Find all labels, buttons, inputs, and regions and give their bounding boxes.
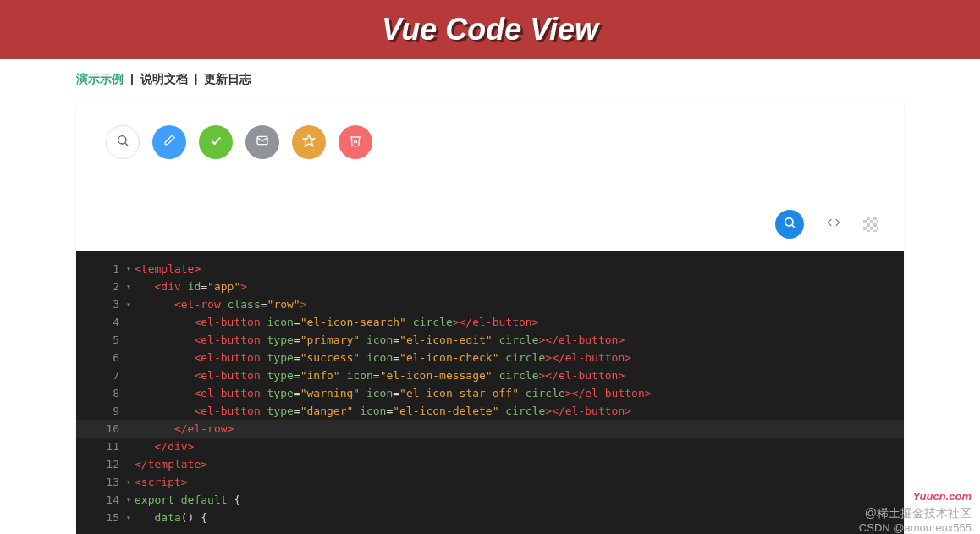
line-number: 13 — [76, 476, 123, 488]
tab-docs[interactable]: 说明文档 — [140, 72, 188, 85]
watermark-site: Yuucn.com — [859, 490, 972, 503]
code-content: <template> — [135, 262, 904, 275]
line-number: 9 — [76, 405, 123, 417]
demo-card: 1▾<template>2▾ <div id="app">3▾ <el-row … — [76, 100, 904, 534]
code-content: <el-button icon="el-icon-search" circle>… — [135, 316, 904, 328]
delete-icon — [349, 134, 362, 151]
svg-line-5 — [792, 225, 795, 228]
svg-line-1 — [125, 143, 128, 146]
code-line[interactable]: 14▾export default { — [76, 491, 904, 509]
separator: | — [191, 72, 201, 85]
code-line[interactable]: 6 <el-button type="success" icon="el-ico… — [76, 349, 904, 366]
svg-marker-3 — [303, 135, 314, 146]
edit-button[interactable] — [152, 125, 186, 159]
code-line[interactable]: 7 <el-button type="info" icon="el-icon-m… — [76, 366, 904, 384]
code-line[interactable]: 3▾ <el-row class="row"> — [76, 295, 904, 313]
tab-changelog[interactable]: 更新日志 — [204, 72, 251, 85]
code-line[interactable]: 4 <el-button icon="el-icon-search" circl… — [76, 313, 904, 331]
line-number: 11 — [76, 440, 123, 453]
code-line[interactable]: 12</template> — [76, 455, 904, 473]
fold-icon[interactable]: ▾ — [123, 282, 135, 291]
code-content: <el-button type="danger" icon="el-icon-d… — [135, 405, 904, 417]
editor-toolbar — [76, 201, 904, 251]
code-content: <el-button type="primary" icon="el-icon-… — [135, 333, 904, 346]
code-line[interactable]: 13▾<script> — [76, 473, 904, 491]
zoom-button[interactable] — [775, 210, 804, 239]
svg-point-4 — [785, 218, 793, 226]
preview-area — [76, 100, 904, 201]
fold-icon[interactable]: ▾ — [123, 495, 135, 504]
check-button[interactable] — [199, 125, 233, 159]
code-line[interactable]: 11 </div> — [76, 438, 904, 455]
code-icon — [827, 216, 840, 233]
check-icon — [209, 134, 223, 151]
transparency-toggle[interactable] — [863, 217, 878, 232]
edit-icon — [162, 134, 176, 151]
code-line[interactable]: 8 <el-button type="warning" icon="el-ico… — [76, 384, 904, 402]
code-content: </template> — [135, 458, 904, 471]
code-content: <div id="app"> — [135, 280, 904, 293]
line-number: 6 — [76, 351, 123, 364]
star-button[interactable] — [292, 125, 326, 159]
fold-icon[interactable]: ▾ — [123, 477, 135, 487]
code-editor[interactable]: 1▾<template>2▾ <div id="app">3▾ <el-row … — [76, 251, 904, 534]
line-number: 10 — [76, 422, 123, 435]
line-number: 1 — [76, 262, 123, 275]
watermark-csdn: CSDN @amoureux555 — [859, 521, 972, 534]
code-content: <el-button type="warning" icon="el-icon-… — [135, 387, 904, 399]
tab-demo[interactable]: 演示示例 — [76, 72, 124, 85]
line-number: 15 — [76, 511, 123, 524]
code-content: export default { — [135, 493, 904, 506]
star-icon — [302, 134, 316, 151]
line-number: 14 — [76, 493, 123, 506]
search-icon — [783, 216, 796, 233]
code-content: <el-button type="info" icon="el-icon-mes… — [135, 369, 904, 382]
code-content: data() { — [135, 511, 904, 524]
fold-icon[interactable]: ▾ — [123, 264, 135, 273]
watermark-juejin: @稀土掘金技术社区 — [859, 506, 972, 521]
fold-icon[interactable]: ▾ — [123, 513, 135, 522]
nav-tabs: 演示示例 | 说明文档 | 更新日志 — [0, 59, 980, 100]
line-number: 5 — [76, 333, 123, 346]
line-number: 7 — [76, 369, 123, 382]
delete-button[interactable] — [339, 125, 372, 159]
code-line[interactable]: 2▾ <div id="app"> — [76, 278, 904, 295]
code-content: <script> — [135, 476, 904, 488]
code-line[interactable]: 1▾<template> — [76, 260, 904, 278]
line-number: 8 — [76, 387, 123, 399]
code-content: </el-row> — [135, 422, 904, 435]
line-number: 3 — [76, 298, 123, 311]
code-line[interactable]: 15▾ data() { — [76, 509, 904, 526]
message-button[interactable] — [245, 125, 279, 159]
search-button[interactable] — [106, 125, 140, 159]
line-number: 12 — [76, 458, 123, 471]
line-number: 4 — [76, 316, 123, 328]
search-icon — [116, 134, 129, 151]
page-title: Vue Code View — [382, 12, 598, 47]
code-content: <el-row class="row"> — [135, 298, 904, 311]
fold-icon[interactable]: ▾ — [123, 300, 135, 309]
line-number: 2 — [76, 280, 123, 293]
code-line[interactable]: 5 <el-button type="primary" icon="el-ico… — [76, 331, 904, 349]
code-content: </div> — [135, 440, 904, 453]
code-line[interactable]: 10 </el-row> — [76, 420, 904, 438]
code-line[interactable]: 9 <el-button type="danger" icon="el-icon… — [76, 402, 904, 420]
separator: | — [127, 72, 137, 85]
code-toggle-button[interactable] — [819, 210, 848, 239]
code-content: <el-button type="success" icon="el-icon-… — [135, 351, 904, 364]
svg-point-0 — [118, 136, 126, 144]
watermarks: Yuucn.com @稀土掘金技术社区 CSDN @amoureux555 — [859, 490, 972, 534]
message-icon — [256, 134, 269, 151]
header: Vue Code View — [0, 0, 980, 59]
